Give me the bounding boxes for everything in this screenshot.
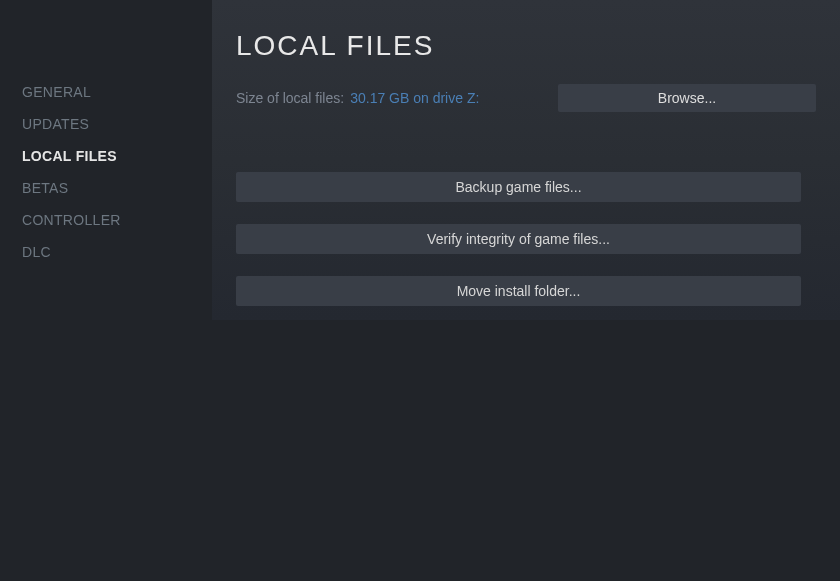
verify-integrity-button[interactable]: Verify integrity of game files... <box>236 224 801 254</box>
sidebar-item-general[interactable]: GENERAL <box>22 76 202 108</box>
size-label: Size of local files: <box>236 90 344 106</box>
size-value: 30.17 GB on drive Z: <box>350 90 479 106</box>
page-title: LOCAL FILES <box>236 30 816 62</box>
sidebar-item-updates[interactable]: UPDATES <box>22 108 202 140</box>
sidebar-item-betas[interactable]: BETAS <box>22 172 202 204</box>
main-panel: LOCAL FILES Size of local files: 30.17 G… <box>212 0 840 320</box>
sidebar: GENERAL UPDATES LOCAL FILES BETAS CONTRO… <box>22 76 202 268</box>
browse-button[interactable]: Browse... <box>558 84 816 112</box>
sidebar-item-local-files[interactable]: LOCAL FILES <box>22 140 202 172</box>
sidebar-item-controller[interactable]: CONTROLLER <box>22 204 202 236</box>
size-row: Size of local files: 30.17 GB on drive Z… <box>236 84 816 112</box>
backup-game-files-button[interactable]: Backup game files... <box>236 172 801 202</box>
sidebar-item-dlc[interactable]: DLC <box>22 236 202 268</box>
move-install-folder-button[interactable]: Move install folder... <box>236 276 801 306</box>
